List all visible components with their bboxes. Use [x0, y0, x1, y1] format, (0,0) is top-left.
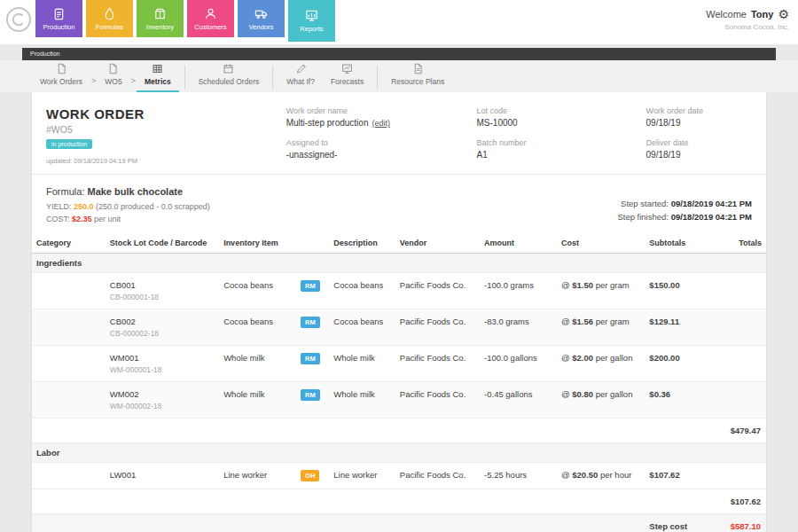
item-type-badge: RM [301, 389, 320, 401]
col-cost: Cost [557, 233, 645, 254]
col-description: Description [329, 233, 395, 254]
inventory-item: Line worker [219, 463, 296, 489]
work-order-header: WORK ORDER #WO5 in production updated: 0… [32, 92, 766, 175]
tab-forecasts[interactable]: Forecasts [323, 63, 372, 92]
user-area: Welcome Tony ⚙ Sonoma Cocoa, Inc. [706, 8, 789, 31]
inventory-item: Cocoa beans [219, 309, 296, 346]
breadcrumb-separator: > [130, 76, 137, 92]
amount-value: -0.45 gallons [480, 382, 557, 419]
col-totals: Totals [718, 233, 766, 254]
secondary-nav: Work Orders > WO5 > Metrics Scheduled Or… [0, 60, 798, 92]
nav-label: Production [43, 23, 75, 31]
breadcrumb-separator: > [90, 76, 97, 92]
forecast-chart-icon [341, 63, 353, 74]
batch-number-value: A1 [477, 150, 646, 160]
item-type-badge: OH [301, 470, 319, 481]
status-badge: in production [46, 139, 92, 149]
page-title: WORK ORDER [46, 106, 286, 121]
amount-value: -5.25 hours [480, 463, 557, 489]
stock-lot-code: WM001 [110, 353, 215, 363]
nav-production-button[interactable]: Production [35, 0, 82, 37]
nav-inventory-button[interactable]: Inventory [137, 0, 184, 37]
nav-divider [377, 66, 378, 90]
nav-divider [272, 66, 273, 90]
nav-label: Customers [194, 23, 226, 31]
stock-lot-code: LW001 [110, 470, 215, 480]
col-category: Category [32, 233, 106, 254]
col-vendor: Vendor [395, 233, 480, 254]
tab-metrics[interactable]: Metrics [137, 63, 179, 92]
breadcrumb-work-orders[interactable]: Work Orders [32, 63, 90, 92]
table-row: CB001CB-000001-18 Cocoa beans RM Cocoa b… [32, 273, 766, 309]
table-row: WM002WM-000002-18 Whole milk RM Whole mi… [32, 382, 766, 419]
nav-label: Formulas [96, 23, 123, 31]
item-description: Whole milk [329, 382, 395, 419]
assigned-to-label: Assigned to [286, 138, 477, 147]
stock-lot-code: WM002 [110, 389, 215, 399]
subtotal-value: $129.11 [645, 309, 718, 346]
tab-resource-plans[interactable]: Resource Plans [383, 63, 452, 92]
grid-icon [152, 63, 163, 74]
nav-customers-button[interactable]: Customers [187, 0, 234, 37]
yield-label: YIELD: [46, 202, 72, 211]
subtotal-value: $200.00 [645, 346, 718, 382]
nav-formulas-button[interactable]: Formulas [86, 0, 133, 37]
amount-value: -100.0 grams [480, 273, 557, 309]
stock-lot-barcode: WM-000001-18 [110, 365, 215, 374]
subtotal-value: $0.36 [645, 382, 718, 419]
box-icon [153, 7, 167, 20]
col-stock-lot: Stock Lot Code / Barcode [106, 233, 219, 254]
section-label: Labor [32, 443, 766, 463]
inventory-item: Whole milk [219, 346, 296, 382]
stock-lot-barcode: CB-000002-18 [110, 329, 215, 338]
edit-link[interactable]: (edit) [372, 119, 390, 128]
cost-cell: @ $1.50 per gram [557, 273, 645, 309]
yield-value: 250.0 [74, 202, 94, 211]
labor-section-row: Labor [32, 443, 766, 463]
item-description: Cocoa beans [329, 273, 395, 309]
vendor-name: Pacific Foods Co. [395, 463, 480, 489]
work-order-date-value: 09/18/19 [646, 118, 752, 128]
breadcrumb-wo5[interactable]: WO5 [97, 63, 129, 92]
pencil-icon [295, 63, 307, 74]
assigned-to-value: -unassigned- [286, 150, 477, 160]
nav-vendors-button[interactable]: Vendors [238, 0, 285, 37]
labor-total-row: $107.62 [32, 489, 766, 514]
work-order-number: #WO5 [46, 124, 286, 135]
step1-cost-table: Category Stock Lot Code / Barcode Invent… [32, 233, 766, 532]
subtotal-value: $150.00 [645, 273, 718, 309]
section-bar: Production [22, 48, 776, 60]
formula-label: Formula: [46, 186, 84, 197]
tab-scheduled-orders[interactable]: Scheduled Orders [191, 63, 268, 92]
chart-icon [305, 9, 318, 22]
inventory-item: Cocoa beans [219, 273, 296, 309]
app-logo[interactable] [5, 6, 32, 33]
welcome-text: Welcome [706, 9, 747, 20]
vendor-name: Pacific Foods Co. [395, 346, 480, 382]
cost-cell: @ $2.00 per gallon [557, 346, 645, 382]
nav-reports-button[interactable]: Reports [288, 0, 335, 42]
item-type-badge: RM [301, 353, 320, 364]
cost-cell: @ $20.50 per hour [557, 463, 645, 489]
vendor-name: Pacific Foods Co. [395, 309, 480, 346]
section-label: Ingredients [32, 254, 766, 273]
section-bar-label: Production [30, 51, 59, 57]
work-order-date-label: Work order date [646, 106, 752, 115]
truck-icon [254, 7, 268, 20]
item-description: Cocoa beans [329, 309, 395, 346]
subtotal-value: $107.62 [645, 463, 718, 489]
col-amount: Amount [480, 233, 557, 254]
tab-what-if[interactable]: What If? [278, 63, 323, 92]
step-times: Step started: 09/18/2019 04:21 PM Step f… [617, 186, 752, 225]
settings-gear-icon[interactable]: ⚙ [778, 8, 789, 20]
table-row: LW001 Line worker OH Line worker Pacific… [32, 463, 766, 489]
formula-name: Make bulk chocolate [87, 186, 183, 197]
nav-label: Vendors [249, 23, 274, 31]
step-started-value: 09/18/2019 04:21 PM [671, 199, 752, 208]
stock-lot-code: CB001 [110, 280, 215, 290]
item-type-badge: RM [301, 280, 320, 292]
step-cost-row: Step cost $587.10 [32, 514, 766, 532]
inventory-item: Whole milk [219, 382, 296, 419]
breadcrumb-label: Work Orders [40, 77, 82, 86]
batch-number-label: Batch number [477, 138, 646, 147]
